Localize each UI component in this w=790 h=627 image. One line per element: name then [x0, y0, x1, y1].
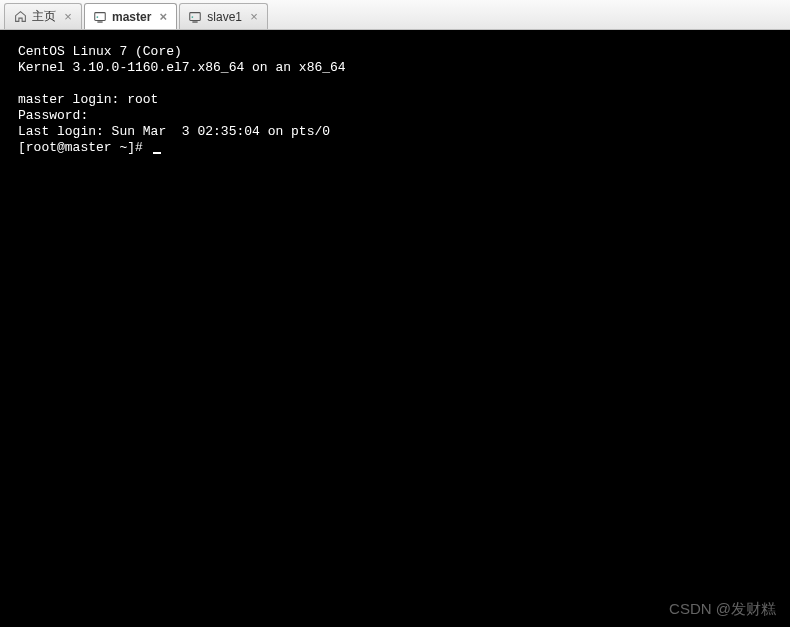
tab-label: 主页 [32, 8, 56, 25]
home-icon [13, 10, 27, 24]
vm-icon [188, 10, 202, 24]
tab-master[interactable]: master × [84, 3, 177, 29]
tab-home[interactable]: 主页 × [4, 3, 82, 29]
svg-point-2 [97, 16, 99, 18]
terminal-login-prompt: master login: root [18, 92, 158, 107]
terminal-os-line: CentOS Linux 7 (Core) [18, 44, 182, 59]
svg-rect-4 [193, 21, 198, 22]
close-icon[interactable]: × [156, 10, 170, 24]
terminal-output[interactable]: CentOS Linux 7 (Core) Kernel 3.10.0-1160… [0, 30, 790, 627]
tab-label: slave1 [207, 10, 242, 24]
tab-label: master [112, 10, 151, 24]
terminal-last-login: Last login: Sun Mar 3 02:35:04 on pts/0 [18, 124, 330, 139]
svg-rect-0 [95, 12, 106, 20]
cursor-icon [153, 152, 161, 154]
vm-icon [93, 10, 107, 24]
terminal-password-prompt: Password: [18, 108, 88, 123]
svg-rect-3 [190, 12, 201, 20]
tab-slave1[interactable]: slave1 × [179, 3, 268, 29]
terminal-prompt: [root@master ~]# [18, 140, 151, 155]
svg-rect-1 [97, 21, 102, 22]
close-icon[interactable]: × [61, 10, 75, 24]
tab-bar: 主页 × master × slave1 × [0, 0, 790, 30]
close-icon[interactable]: × [247, 10, 261, 24]
svg-point-5 [192, 16, 194, 18]
terminal-kernel-line: Kernel 3.10.0-1160.el7.x86_64 on an x86_… [18, 60, 346, 75]
